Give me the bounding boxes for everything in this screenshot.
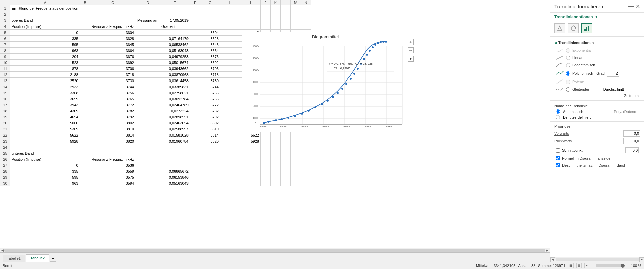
tab-tabelle2[interactable]: Tabelle2 [26, 254, 49, 262]
cell-16-B[interactable] [80, 96, 90, 102]
col-header-C[interactable]: C [90, 0, 136, 5]
cell-22-K[interactable] [270, 132, 280, 138]
cell-27-D[interactable] [136, 162, 160, 168]
cell-5-H[interactable] [220, 30, 240, 36]
cell-10-B[interactable] [80, 60, 90, 66]
cell-28-E[interactable]: 0,06865672 [160, 168, 190, 174]
cell-3-E[interactable]: 17.05.2019 [160, 17, 190, 23]
cell-2-B[interactable] [80, 11, 90, 17]
cell-2-K[interactable] [270, 11, 280, 17]
cell-9-A[interactable]: 1204 [10, 54, 80, 60]
cell-4-B[interactable] [80, 23, 90, 30]
cell-7-H[interactable] [220, 42, 240, 48]
radio-benutzerdefiniert[interactable] [556, 115, 560, 119]
cell-27-A[interactable]: 0 [10, 162, 80, 168]
cell-17-E[interactable]: 0,02464789 [160, 102, 190, 108]
cell-16-A[interactable]: 3659 [10, 96, 80, 102]
cell-6-C[interactable]: 3628 [90, 36, 136, 42]
cell-4-J[interactable] [260, 23, 270, 30]
cell-15-F[interactable] [190, 90, 200, 96]
cell-12-E[interactable]: 0,03870968 [160, 72, 190, 78]
cell-23-G[interactable]: 3820 [200, 138, 220, 144]
cell-29-B[interactable] [80, 174, 90, 180]
cell-25-A[interactable]: unteres Band [10, 150, 80, 156]
cell-12-A[interactable]: 2188 [10, 72, 80, 78]
col-header-B[interactable]: B [80, 0, 90, 5]
cell-12-B[interactable] [80, 72, 90, 78]
cell-26-L[interactable] [280, 156, 290, 162]
fill-icon-btn[interactable] [554, 23, 565, 33]
cell-22-E[interactable]: 0,01581028 [160, 132, 190, 138]
cell-3-B[interactable] [80, 17, 90, 23]
cell-2-D[interactable] [136, 11, 160, 17]
cell-18-A[interactable]: 4309 [10, 108, 80, 114]
cell-22-D[interactable] [136, 132, 160, 138]
cell-13-H[interactable] [220, 78, 240, 84]
cell-28-M[interactable] [290, 168, 301, 174]
formel-checkbox[interactable] [556, 156, 560, 160]
cell-24-K[interactable] [270, 144, 280, 150]
cell-28-L[interactable] [280, 168, 290, 174]
cell-9-G[interactable]: 3676 [200, 54, 220, 60]
cell-11-B[interactable] [80, 66, 90, 72]
cell-24-B[interactable] [80, 144, 90, 150]
cell-4-M[interactable] [290, 23, 301, 30]
cell-9-H[interactable] [220, 54, 240, 60]
cell-4-N[interactable] [301, 23, 311, 30]
cell-29-H[interactable] [220, 174, 240, 180]
cell-9-B[interactable] [80, 54, 90, 60]
cell-27-J[interactable] [260, 162, 270, 168]
cell-12-C[interactable]: 3718 [90, 72, 136, 78]
radio-polynomisch[interactable] [566, 71, 570, 76]
cell-10-G[interactable]: 3692 [200, 60, 220, 66]
zoom-in-button[interactable]: + [626, 264, 628, 268]
cell-7-G[interactable]: 3645 [200, 42, 220, 48]
radio-automatisch[interactable] [556, 109, 560, 114]
col-header-L[interactable]: L [280, 0, 290, 5]
cell-14-F[interactable] [190, 84, 200, 90]
cell-14-A[interactable]: 2933 [10, 84, 80, 90]
cell-22-N[interactable] [301, 132, 311, 138]
cell-30-C[interactable]: 3594 [90, 180, 136, 186]
close-icon[interactable]: ✕ [636, 3, 640, 10]
cell-12-D[interactable] [136, 72, 160, 78]
cell-11-F[interactable] [190, 66, 200, 72]
cell-23-E[interactable]: 0,01960784 [160, 138, 190, 144]
cell-21-E[interactable]: 0,02588997 [160, 126, 190, 132]
cell-20-B[interactable] [80, 120, 90, 126]
cell-27-H[interactable] [220, 162, 240, 168]
schnittpunkt-checkbox[interactable] [556, 148, 560, 153]
cell-7-C[interactable]: 3645 [90, 42, 136, 48]
cell-18-G[interactable]: 3782 [200, 108, 220, 114]
cell-6-D[interactable] [136, 36, 160, 42]
cell-24-N[interactable] [301, 144, 311, 150]
cell-1-D[interactable] [136, 5, 160, 11]
cell-2-A[interactable] [10, 11, 80, 17]
cell-1-M[interactable] [290, 5, 301, 11]
cell-19-E[interactable]: 0,02898551 [160, 114, 190, 120]
cell-21-B[interactable] [80, 126, 90, 132]
panel-bottom-scrollbar[interactable]: ◀ ▶ [550, 257, 644, 262]
cell-30-B[interactable] [80, 180, 90, 186]
cell-15-A[interactable]: 3368 [10, 90, 80, 96]
cell-8-D[interactable] [136, 48, 160, 54]
cell-24-L[interactable] [280, 144, 290, 150]
cell-25-D[interactable] [136, 150, 160, 156]
cell-22-A[interactable]: 5622 [10, 132, 80, 138]
cell-4-I[interactable] [240, 23, 260, 30]
cell-20-G[interactable]: 3802 [200, 120, 220, 126]
cell-4-E[interactable]: Gradient [160, 23, 190, 30]
cell-10-F[interactable] [190, 60, 200, 66]
cell-11-A[interactable]: 1878 [10, 66, 80, 72]
cell-3-N[interactable] [301, 17, 311, 23]
cell-3-K[interactable] [270, 17, 280, 23]
view-normal-icon[interactable]: ▦ [568, 263, 574, 268]
cell-16-F[interactable] [190, 96, 200, 102]
zoom-out-button[interactable]: − [592, 264, 594, 268]
cell-18-H[interactable] [220, 108, 240, 114]
cell-26-K[interactable] [270, 156, 280, 162]
cell-1-A[interactable]: Ermittlung der Frequenz aus der position [10, 5, 80, 11]
cell-4-C[interactable]: Resonanz-Frequnz in kHz [90, 23, 136, 30]
cell-19-D[interactable] [136, 114, 160, 120]
cell-8-F[interactable] [190, 48, 200, 54]
